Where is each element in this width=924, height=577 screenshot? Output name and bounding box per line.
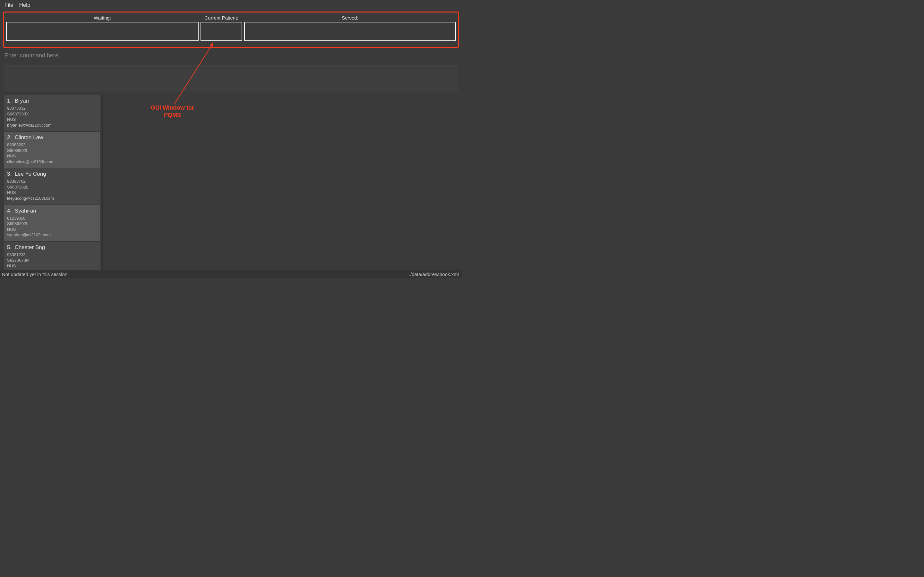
list-school: NUS [7,117,97,122]
list-school: NUS [7,190,97,195]
list-phone: 98381233 [7,252,97,258]
list-email: clintonlaw@cs2103t.com [7,159,97,165]
list-nric: S9638902L [7,148,97,153]
menu-bar: File Help [0,0,462,10]
list-index: 4. [7,208,11,214]
list-email: syahiran@cs2103t.com [7,232,97,238]
detail-pane: GUI Window for PQMS [103,94,462,270]
status-right: ./data/addressbook.xml [409,271,459,277]
list-index: 5. [7,244,11,250]
list-nric: S9589202L [7,221,97,227]
menu-file[interactable]: File [5,2,13,8]
annotation-label: GUI Window for PQMS [151,104,194,119]
list-name: Clinton Law [15,134,43,140]
list-nric: S9637283X [7,111,97,117]
list-school: NUS [7,227,97,232]
pqms-waiting-label: Waiting: [94,15,111,22]
list-phone: 98373332 [7,105,97,111]
list-email: leeyucong@cs2103t.com [7,195,97,201]
list-item[interactable]: 2. Clinton Law 88383203 S9638902L NUS cl… [4,132,100,168]
list-school: NUS [7,153,97,159]
list-phone: 98383702 [7,179,97,184]
status-bar: Not updated yet in this session ./data/a… [0,270,462,278]
pqms-served-col: Served: [244,15,456,41]
main-area: 1. Bryan 98373332 S9637283X NUS bryanlew… [0,94,462,270]
list-index: 1. [7,98,11,104]
pqms-panel: Waiting: Current Patient: Served: [3,11,459,48]
list-email: chestersng@cs2103t.com [7,269,97,270]
pqms-waiting-box [6,22,199,41]
list-name: Bryan [15,98,29,104]
list-item[interactable]: 5. Chester Sng 98381233 S8273873M NUS ch… [4,242,100,270]
command-output [4,65,458,91]
list-school: NUS [7,263,97,269]
list-email: bryanlew@cs2103t.com [7,122,97,128]
menu-help[interactable]: Help [19,2,30,8]
command-input-wrap [0,49,462,62]
pqms-current-col: Current Patient: [200,15,242,41]
status-left: Not updated yet in this session [2,271,67,277]
list-item[interactable]: 4. Syahiran 81239320 S9589202L NUS syahi… [4,205,100,241]
list-name: Lee Yu Cong [15,171,46,177]
pqms-served-label: Served: [342,15,359,22]
list-nric: S9637282L [7,184,97,190]
pqms-current-label: Current Patient: [204,15,238,22]
list-index: 3. [7,171,11,177]
list-name: Chester Sng [15,244,45,250]
command-input[interactable] [4,51,458,61]
list-item[interactable]: 1. Bryan 98373332 S9637283X NUS bryanlew… [4,95,100,131]
list-index: 2. [7,134,11,140]
list-nric: S8273873M [7,258,97,263]
pqms-current-box [200,22,242,41]
list-phone: 88383203 [7,142,97,148]
list-item[interactable]: 3. Lee Yu Cong 98383702 S9637282L NUS le… [4,168,100,204]
patient-list[interactable]: 1. Bryan 98373332 S9637283X NUS bryanlew… [0,94,103,270]
list-phone: 81239320 [7,215,97,221]
pqms-served-box [244,22,456,41]
pqms-waiting-col: Waiting: [6,15,199,41]
list-name: Syahiran [15,208,36,214]
